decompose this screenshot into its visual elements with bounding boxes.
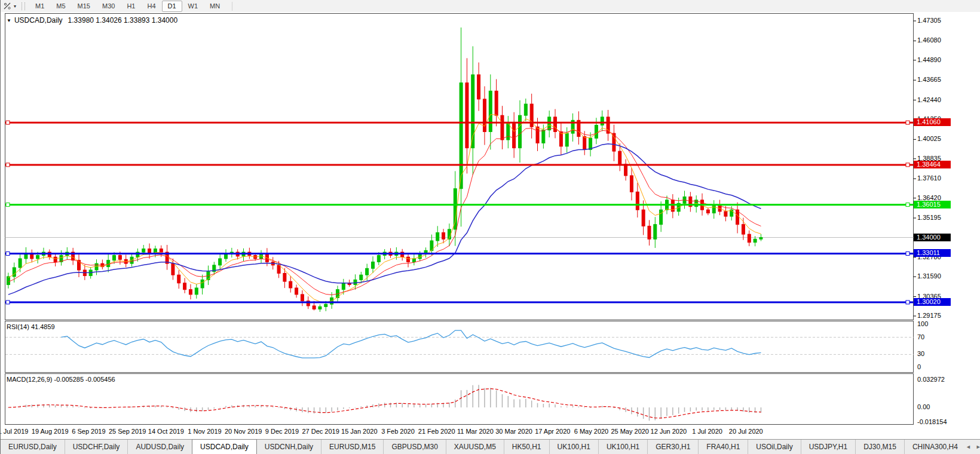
- chart-tab-uk100-h1[interactable]: UK100,H1: [549, 440, 598, 454]
- rsi-level-label: 30: [917, 350, 924, 357]
- chart-tab-usdcad-daily[interactable]: USDCAD,Daily: [192, 439, 257, 454]
- rsi-level-label: 0: [917, 363, 921, 370]
- timeframe-button-m30[interactable]: M30: [96, 1, 121, 12]
- price-axis-tick-label: 1.44890: [917, 56, 941, 63]
- trading-platform-window: ▾ M1M5M15M30H1H4D1W1MN ▼USDCAD,Daily1.33…: [0, 0, 980, 454]
- price-axis-tick-label: 1.42440: [917, 96, 941, 103]
- rsi-level-label: 100: [917, 320, 928, 327]
- chart-title: ▼USDCAD,Daily1.33980 1.34026 1.33893 1.3…: [7, 16, 177, 24]
- chart-tab-fra40-h1[interactable]: FRA40,H1: [698, 440, 748, 454]
- date-axis-label: 1 Jul 2020: [692, 428, 722, 435]
- timeframe-button-w1[interactable]: W1: [182, 1, 204, 12]
- chart-tab-bar: EURUSD,DailyUSDCHF,DailyAUDUSD,DailyUSDC…: [1, 439, 980, 454]
- timeframe-button-m5[interactable]: M5: [50, 1, 71, 12]
- hline-price-label: 1.36015: [914, 201, 951, 208]
- chart-tab-eurusd-daily[interactable]: EURUSD,Daily: [1, 440, 65, 454]
- price-axis-tick-label: 1.29175: [917, 312, 941, 319]
- price-axis-tick-label: 1.37610: [917, 174, 941, 182]
- hline-price-label: 1.41060: [914, 118, 951, 126]
- toolbar-separator: [232, 2, 232, 11]
- date-axis-label: 14 Oct 2019: [148, 428, 184, 435]
- timeframe-button-h1[interactable]: H1: [121, 1, 141, 12]
- date-axis-label: 30 Mar 2020: [495, 428, 532, 435]
- chart-tab-usdchf-daily[interactable]: USDCHF,Daily: [65, 440, 128, 454]
- chart-symbol-label: USDCAD,Daily: [14, 16, 63, 24]
- rsi-indicator-label: RSI(14) 41.4859: [7, 323, 55, 330]
- chart-dropdown-icon[interactable]: ▼: [7, 18, 11, 23]
- date-axis-label: 20 Nov 2019: [225, 428, 262, 435]
- date-axis-label: 20 Jul 2020: [729, 428, 763, 435]
- chart-tab-hk50-h1[interactable]: HK50,H1: [504, 440, 549, 454]
- date-axis-label: 3 Feb 2020: [381, 428, 415, 435]
- macd-axis-label: 0.032972: [917, 376, 945, 383]
- date-axis-label: 6 May 2020: [574, 428, 608, 435]
- date-axis-label: 12 Jun 2020: [651, 428, 687, 435]
- time-axis[interactable]: 31 Jul 201919 Aug 20196 Sep 201925 Sep 2…: [1, 425, 980, 440]
- chart-tab-eurusd-m15[interactable]: EURUSD,M15: [321, 440, 383, 454]
- price-axis-tick-label: 1.43665: [917, 76, 941, 83]
- chart-window: ▼USDCAD,Daily1.33980 1.34026 1.33893 1.3…: [1, 12, 980, 425]
- price-axis-tick-label: 1.31590: [917, 272, 941, 280]
- macd-axis-label: 0.00: [917, 403, 930, 410]
- line-studies-tool[interactable]: ▾: [1, 1, 19, 11]
- date-axis-label: 15 Jan 2020: [341, 428, 378, 435]
- tab-scroll-controls: ◄►: [966, 440, 980, 454]
- panel-borders: [5, 14, 914, 425]
- timeframe-button-m15[interactable]: M15: [72, 1, 96, 12]
- current-price-label: 1.34000: [914, 234, 951, 241]
- chart-tab-audusd-daily[interactable]: AUDUSD,Daily: [127, 440, 192, 454]
- chart-plot[interactable]: [1, 12, 980, 425]
- date-axis-label: 27 Dec 2019: [302, 428, 339, 435]
- tab-scroll-right-icon[interactable]: ►: [976, 444, 980, 450]
- date-axis-label: 31 Jul 2019: [0, 428, 28, 435]
- chart-tab-uk100-h1[interactable]: UK100,H1: [598, 440, 647, 454]
- chart-tab-xauusd-m5[interactable]: XAUUSD,M5: [446, 440, 504, 454]
- chart-tab-dj30-m15[interactable]: DJ30,M15: [855, 440, 904, 454]
- date-axis-label: 6 Sep 2019: [72, 428, 105, 435]
- date-axis-label: 11 Mar 2020: [457, 428, 494, 435]
- macd-axis-label: -0.018154: [917, 418, 947, 425]
- date-axis-label: 1 Nov 2019: [188, 428, 221, 435]
- line-studies-icon: [3, 2, 12, 11]
- chart-tab-usoil-daily[interactable]: USOil,Daily: [748, 440, 800, 454]
- dropdown-caret-icon[interactable]: ▾: [14, 4, 16, 9]
- price-axis-tick-label: 1.35195: [917, 214, 941, 221]
- chart-tab-gbpusd-m30[interactable]: GBPUSD,M30: [383, 440, 445, 454]
- chart-ohlc-values: 1.33980 1.34026 1.33893 1.34000: [68, 16, 178, 24]
- price-tick-marks: [914, 21, 917, 316]
- timeframe-button-h4[interactable]: H4: [141, 1, 161, 12]
- rsi-level-label: 70: [917, 333, 924, 340]
- date-axis-label: 9 Dec 2019: [265, 428, 299, 435]
- hline-price-label: 1.30020: [914, 298, 951, 306]
- toolbar-grip[interactable]: [22, 2, 25, 10]
- date-axis-label: 19 Aug 2019: [32, 428, 69, 435]
- hline-price-label: 1.38464: [914, 161, 951, 168]
- hline-price-label: 1.33011: [914, 249, 951, 257]
- date-axis-label: 25 Sep 2019: [109, 428, 146, 435]
- chart-tab-usdcnh-daily[interactable]: USDCNH,Daily: [257, 440, 321, 454]
- price-axis-tick-label: 1.46080: [917, 36, 941, 44]
- chart-tab-usdjpy-h1[interactable]: USDJPY,H1: [801, 440, 855, 454]
- tab-scroll-left-icon[interactable]: ◄: [966, 444, 971, 450]
- timeframe-toolbar: ▾ M1M5M15M30H1H4D1W1MN: [1, 0, 980, 13]
- price-axis-tick-label: 1.40025: [917, 135, 941, 142]
- macd-indicator-label: MACD(12,26,9) -0.005285 -0.005456: [7, 376, 115, 383]
- timeframe-button-d1[interactable]: D1: [162, 1, 182, 12]
- timeframe-button-mn[interactable]: MN: [204, 1, 226, 12]
- price-axis-tick-label: 1.47305: [917, 17, 941, 24]
- date-axis-label: 21 Feb 2020: [418, 428, 455, 435]
- timeframe-buttons: M1M5M15M30H1H4D1W1MN: [29, 0, 226, 12]
- chart-tab-ger30-h1[interactable]: GER30,H1: [647, 440, 698, 454]
- date-axis-label: 17 Apr 2020: [535, 428, 570, 435]
- date-axis-label: 25 May 2020: [611, 428, 649, 435]
- chart-tab-china300-h4[interactable]: CHINA300,H4: [904, 440, 966, 454]
- timeframe-button-m1[interactable]: M1: [29, 1, 50, 12]
